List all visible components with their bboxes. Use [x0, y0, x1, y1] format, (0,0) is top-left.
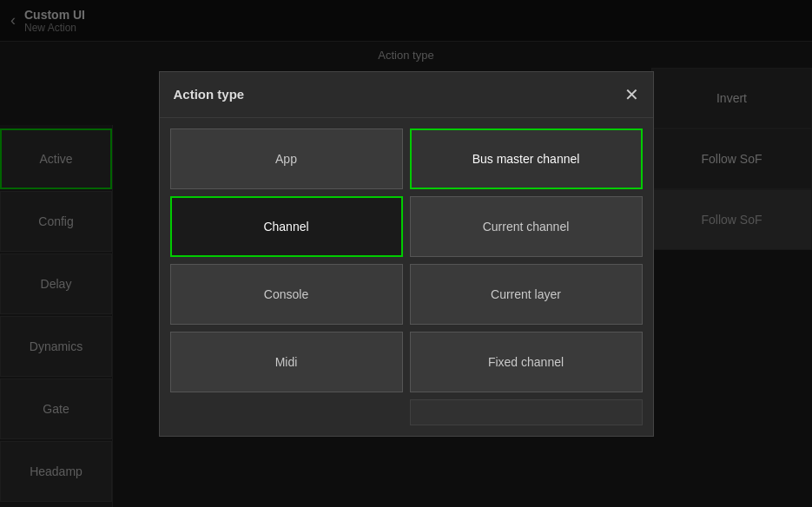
- modal-btn-app[interactable]: App: [170, 128, 403, 189]
- modal-btn-fixed-channel[interactable]: Fixed channel: [410, 332, 643, 392]
- modal-title: Action type: [174, 87, 245, 102]
- modal-spacer-left: [170, 399, 403, 425]
- modal-btn-midi[interactable]: Midi: [170, 332, 403, 392]
- action-type-modal: Action type ✕ App Bus master channel Cha…: [159, 71, 654, 437]
- modal-btn-current-layer[interactable]: Current layer: [410, 264, 643, 325]
- modal-btn-bus-master-channel[interactable]: Bus master channel: [410, 128, 643, 189]
- modal-btn-partial[interactable]: [410, 399, 643, 425]
- modal-body: App Bus master channel Channel Current c…: [160, 118, 653, 436]
- modal-header: Action type ✕: [160, 72, 653, 118]
- modal-btn-channel[interactable]: Channel: [170, 196, 403, 257]
- modal-overlay: Action type ✕ App Bus master channel Cha…: [0, 0, 812, 507]
- modal-btn-console[interactable]: Console: [170, 264, 403, 325]
- modal-close-button[interactable]: ✕: [624, 84, 639, 105]
- modal-btn-current-channel[interactable]: Current channel: [410, 196, 643, 257]
